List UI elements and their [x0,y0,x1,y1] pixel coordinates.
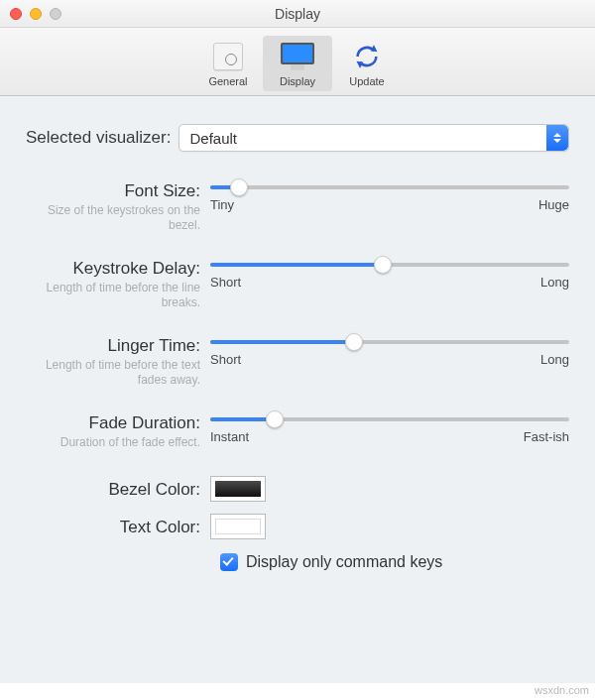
text-color-row: Text Color: [26,514,569,539]
font-size-help: Size of the keystrokes on the bezel. [26,203,200,233]
keystroke-delay-label: Keystroke Delay: [26,259,200,279]
tab-label: Display [280,75,315,87]
slider-min: Instant [210,429,249,444]
fade-duration-slider[interactable] [210,417,569,421]
check-icon [222,554,233,565]
fade-duration-row: Fade Duration: Duration of the fade effe… [26,413,569,450]
text-color-label: Text Color: [26,518,200,537]
slider-max: Long [540,275,569,290]
update-icon [350,42,384,71]
bezel-color-row: Bezel Color: [26,476,569,502]
visualizer-value: Default [189,130,237,147]
linger-time-row: Linger Time: Length of time before the t… [26,336,569,388]
bezel-color-label: Bezel Color: [26,480,200,500]
linger-time-help: Length of time before the text fades awa… [26,358,200,388]
tab-label: Update [349,75,384,87]
tab-general[interactable]: General [193,36,263,91]
keystroke-delay-help: Length of time before the line breaks. [26,281,200,310]
font-size-label: Font Size: [26,181,200,201]
tab-update[interactable]: Update [332,36,402,91]
watermark: wsxdn.com [535,684,589,696]
visualizer-select[interactable]: Default [178,124,569,152]
display-icon [281,42,314,71]
linger-time-label: Linger Time: [26,336,200,356]
linger-time-slider[interactable] [210,340,569,344]
command-keys-checkbox[interactable] [220,553,238,571]
titlebar: Display [0,0,595,28]
bezel-color-well[interactable] [210,476,266,502]
window-title: Display [0,6,595,22]
command-keys-label: Display only command keys [246,553,442,571]
content-pane: Selected visualizer: Default Font Size: … [0,96,595,683]
keystroke-delay-row: Keystroke Delay: Length of time before t… [26,259,569,310]
fade-duration-help: Duration of the fade effect. [26,435,200,450]
slider-max: Fast-ish [524,429,569,444]
slider-min: Tiny [210,197,234,212]
visualizer-label: Selected visualizer: [26,128,171,148]
slider-min: Short [210,352,241,367]
keystroke-delay-slider[interactable] [210,263,569,267]
tab-label: General [208,75,247,87]
fade-duration-label: Fade Duration: [26,413,200,433]
visualizer-row: Selected visualizer: Default [26,124,569,152]
slider-min: Short [210,275,241,290]
text-color-well[interactable] [210,514,266,539]
font-size-row: Font Size: Size of the keystrokes on the… [26,181,569,233]
command-keys-row: Display only command keys [220,553,569,571]
toolbar: General Display Update [0,28,595,96]
general-icon [211,42,245,71]
slider-max: Huge [538,197,569,212]
font-size-slider[interactable] [210,185,569,189]
tab-display[interactable]: Display [263,36,332,91]
slider-max: Long [540,352,569,367]
chevron-updown-icon [546,125,568,151]
